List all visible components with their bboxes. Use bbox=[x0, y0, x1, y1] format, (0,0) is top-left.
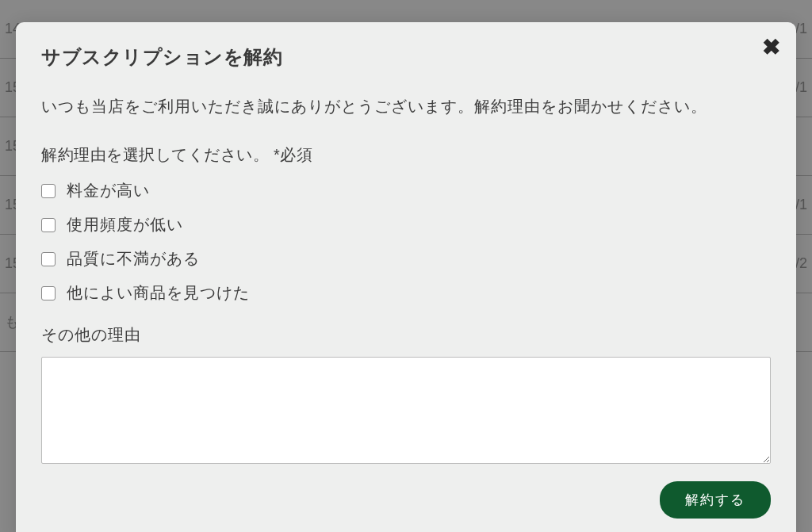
other-reason-label: その他の理由 bbox=[41, 324, 771, 346]
modal-footer: 解約する bbox=[41, 481, 771, 519]
modal-title: サブスクリプションを解約 bbox=[41, 44, 771, 70]
reason-label[interactable]: 使用頻度が低い bbox=[67, 214, 183, 235]
reason-item: 品質に不満がある bbox=[41, 248, 771, 270]
reason-item: 料金が高い bbox=[41, 180, 771, 201]
other-reason-textarea[interactable] bbox=[41, 357, 771, 464]
reason-checkbox[interactable] bbox=[41, 184, 56, 198]
reason-checkbox[interactable] bbox=[41, 218, 56, 232]
modal-overlay: ✖ サブスクリプションを解約 いつも当店をご利用いただき誠にありがとうございます… bbox=[0, 0, 812, 532]
reason-label[interactable]: 品質に不満がある bbox=[67, 248, 200, 270]
submit-cancel-button[interactable]: 解約する bbox=[660, 481, 771, 519]
close-button[interactable]: ✖ bbox=[762, 36, 780, 59]
reason-label[interactable]: 料金が高い bbox=[67, 180, 150, 201]
cancel-subscription-modal: ✖ サブスクリプションを解約 いつも当店をご利用いただき誠にありがとうございます… bbox=[16, 22, 796, 532]
close-icon: ✖ bbox=[762, 35, 780, 59]
reason-checkbox-list: 料金が高い 使用頻度が低い 品質に不満がある 他によい商品を見つけた bbox=[41, 180, 771, 304]
reason-checkbox[interactable] bbox=[41, 252, 56, 266]
modal-description: いつも当店をご利用いただき誠にありがとうございます。解約理由をお聞かせください。 bbox=[41, 94, 771, 119]
selection-label: 解約理由を選択してください。 *必須 bbox=[41, 144, 771, 166]
reason-item: 使用頻度が低い bbox=[41, 214, 771, 235]
reason-checkbox[interactable] bbox=[41, 286, 56, 300]
reason-item: 他によい商品を見つけた bbox=[41, 282, 771, 304]
reason-label[interactable]: 他によい商品を見つけた bbox=[67, 282, 250, 304]
